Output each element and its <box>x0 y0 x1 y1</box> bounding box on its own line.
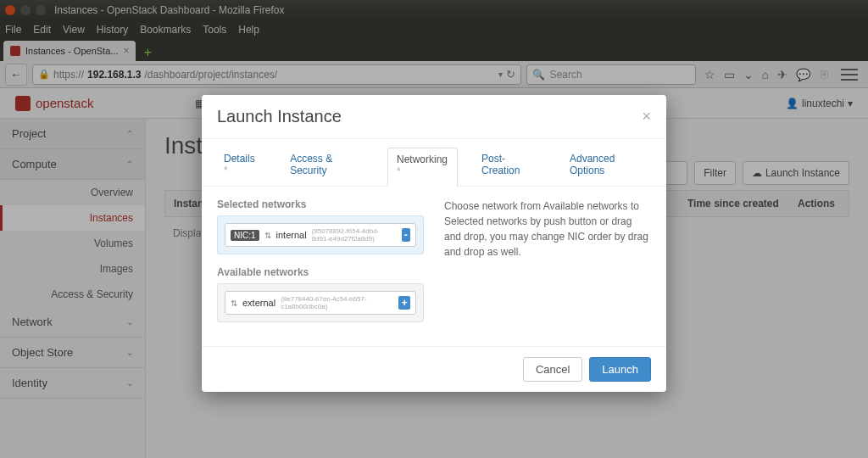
remove-network-button[interactable]: - <box>402 228 410 242</box>
modal-close-button[interactable]: × <box>642 108 651 126</box>
network-name: internal <box>276 230 307 240</box>
network-id: (85078892-f654-4dbd-8d91-e49d27f2a8d9) <box>312 227 397 243</box>
modal-title: Launch Instance <box>217 107 342 126</box>
tab-networking[interactable]: Networking * <box>387 148 458 187</box>
drag-handle-icon[interactable]: ⇅ <box>264 231 271 240</box>
nic-badge: NIC:1 <box>231 230 259 241</box>
available-networks-box: ⇅ external (8e778440-67ec-4c54-b657-c1a8… <box>217 283 424 322</box>
modal-tabs: Details * Access & Security Networking *… <box>202 139 666 187</box>
add-network-button[interactable]: + <box>398 296 410 310</box>
tab-advanced-options[interactable]: Advanced Options <box>561 148 653 186</box>
tab-details[interactable]: Details * <box>215 148 266 186</box>
selected-networks-box: NIC:1 ⇅ internal (85078892-f654-4dbd-8d9… <box>217 215 424 254</box>
cancel-button[interactable]: Cancel <box>523 357 582 382</box>
modal-overlay: Launch Instance × Details * Access & Sec… <box>0 0 868 458</box>
tab-post-creation[interactable]: Post-Creation <box>473 148 546 186</box>
selected-networks-label: Selected networks <box>217 198 424 210</box>
network-id: (8e778440-67ec-4c54-b657-c1a8b00dbc0a) <box>281 295 393 310</box>
selected-network-row[interactable]: NIC:1 ⇅ internal (85078892-f654-4dbd-8d9… <box>225 223 416 247</box>
available-network-row[interactable]: ⇅ external (8e778440-67ec-4c54-b657-c1a8… <box>225 291 416 315</box>
tab-access-security[interactable]: Access & Security <box>281 148 372 186</box>
available-networks-label: Available networks <box>217 266 424 278</box>
drag-handle-icon[interactable]: ⇅ <box>231 299 237 308</box>
network-name: external <box>242 298 275 308</box>
launch-instance-modal: Launch Instance × Details * Access & Sec… <box>202 95 666 392</box>
modal-help-text: Choose network from Available networks t… <box>444 198 651 334</box>
launch-button[interactable]: Launch <box>589 357 651 382</box>
